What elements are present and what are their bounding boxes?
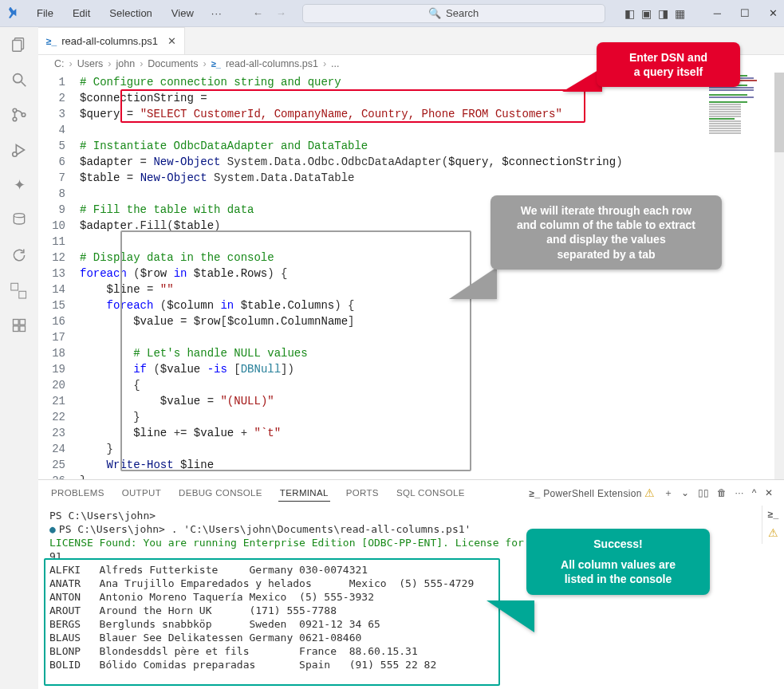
- scrollbar-thumb[interactable]: [774, 73, 784, 152]
- terminal-result-row: BLAUS Blauer See Delikatessen Germany 06…: [49, 631, 773, 644]
- more-icon[interactable]: ···: [735, 487, 744, 498]
- split-terminal-icon[interactable]: ▯▯: [698, 487, 710, 498]
- callout-text: All column values are: [539, 557, 697, 572]
- terminal-result-row: BERGS Berglunds snabbköp Sweden 0921-12 …: [49, 617, 773, 631]
- svg-point-5: [13, 117, 17, 121]
- chevron-right-icon: ›: [108, 58, 111, 69]
- svg-point-9: [14, 214, 24, 218]
- editor-scrollbar[interactable]: [774, 73, 784, 479]
- svg-point-2: [14, 74, 22, 83]
- layout-grid-icon[interactable]: ▦: [675, 7, 685, 20]
- svg-line-3: [22, 82, 26, 87]
- chevron-down-icon[interactable]: ⌄: [681, 487, 689, 498]
- callout-pointer-teal: [487, 600, 534, 632]
- crumb-c[interactable]: C:: [54, 58, 65, 69]
- menu-overflow-icon[interactable]: ···: [210, 7, 224, 19]
- callout-text: a query itself: [609, 65, 727, 79]
- svg-rect-1: [13, 41, 22, 52]
- powershell-icon: ≥_: [530, 488, 541, 499]
- terminal-line: PS C:\Users\john>: [49, 509, 773, 522]
- explorer-icon[interactable]: [10, 35, 29, 54]
- crumb-users[interactable]: Users: [77, 58, 104, 69]
- close-icon[interactable]: ✕: [769, 7, 778, 19]
- svg-rect-10: [14, 320, 19, 325]
- minimize-icon[interactable]: ─: [714, 7, 721, 19]
- terminal-profile[interactable]: ≥_ PowerShell Extension ⚠: [530, 486, 656, 499]
- terminal-result-row: BOLID Bólido Comidas preparadas Spain (9…: [49, 658, 773, 671]
- callout-text: Success!: [539, 537, 697, 551]
- callout-success: Success! All column values are listed in…: [526, 529, 710, 595]
- trash-icon[interactable]: 🗑: [717, 487, 727, 498]
- code-content[interactable]: 1# Configure connection string and query…: [38, 73, 784, 479]
- window-controls: ─ ☐ ✕: [714, 7, 778, 19]
- reload-icon[interactable]: [10, 246, 29, 265]
- activity-bar: ✦ ◇◇: [0, 27, 38, 689]
- code-editor[interactable]: 1# Configure connection string and query…: [38, 73, 784, 479]
- chevron-right-icon: ›: [203, 58, 207, 69]
- warning-icon: ⚠: [644, 486, 655, 499]
- crumb-documents[interactable]: Documents: [148, 58, 198, 69]
- terminal-result-row: AROUT Around the Horn UK (171) 555-7788: [49, 604, 773, 617]
- chevron-right-icon: ›: [69, 58, 73, 69]
- svg-point-8: [13, 152, 18, 157]
- database-icon[interactable]: [10, 211, 29, 230]
- tab-output[interactable]: OUTPUT: [120, 488, 163, 498]
- callout-text: and column of the table to extract: [503, 218, 709, 232]
- crumb-file[interactable]: read-all-columns.ps1: [226, 58, 318, 69]
- menu-view[interactable]: View: [168, 6, 197, 21]
- callout-iterate: We will iterate through each row and col…: [490, 195, 722, 270]
- callout-text: separated by a tab: [503, 247, 709, 262]
- callout-dsn: Enter DSN and a query itself: [597, 42, 740, 87]
- panel-tabs: PROBLEMS OUTPUT DEBUG CONSOLE TERMINAL P…: [38, 480, 784, 506]
- svg-rect-11: [20, 320, 26, 325]
- bullet-icon: ●: [49, 523, 56, 535]
- tab-read-all-columns[interactable]: ≥_ read-all-columns.ps1 ✕: [38, 27, 185, 54]
- maximize-icon[interactable]: ☐: [740, 7, 750, 19]
- layout-controls: ◧ ▣ ◨ ▦: [624, 7, 685, 20]
- vscode-logo-icon: [6, 6, 21, 21]
- menu-file[interactable]: File: [33, 6, 57, 21]
- panel-right-controls: ≥_ PowerShell Extension ⚠ ＋ ⌄ ▯▯ 🗑 ··· ^…: [530, 486, 774, 500]
- powershell-icon: ≥_: [46, 36, 57, 47]
- toggle-sidebar-icon[interactable]: ◧: [624, 7, 635, 20]
- run-debug-icon[interactable]: [10, 140, 29, 159]
- nav-forward-icon[interactable]: →: [276, 7, 286, 19]
- close-panel-icon[interactable]: ✕: [765, 487, 773, 498]
- tab-terminal[interactable]: TERMINAL: [278, 488, 330, 502]
- tab-debug-console[interactable]: DEBUG CONSOLE: [177, 488, 264, 498]
- chevron-right-icon: ›: [140, 58, 143, 69]
- callout-text: listed in the console: [539, 572, 697, 586]
- sparkle-icon[interactable]: ✦: [10, 175, 29, 195]
- diamond-icon[interactable]: ◇◇: [6, 277, 33, 304]
- tab-filename: read-all-columns.ps1: [61, 35, 158, 47]
- menu-selection[interactable]: Selection: [106, 6, 155, 21]
- toggle-panel-icon[interactable]: ▣: [641, 7, 652, 20]
- nav-back-icon[interactable]: ←: [253, 7, 263, 19]
- callout-pointer-gray: [449, 267, 497, 299]
- maximize-panel-icon[interactable]: ^: [752, 487, 757, 498]
- callout-text: and display the values: [503, 232, 709, 246]
- crumb-dots[interactable]: ...: [331, 58, 339, 69]
- powershell-icon: ≥_: [211, 59, 221, 69]
- toggle-secondary-icon[interactable]: ◨: [658, 7, 668, 20]
- svg-rect-12: [14, 326, 19, 332]
- search-activity-icon[interactable]: [10, 70, 29, 89]
- tab-close-icon[interactable]: ✕: [167, 35, 176, 47]
- title-bar: File Edit Selection View ··· ← → 🔍 Searc…: [0, 0, 784, 27]
- tab-sql-console[interactable]: SQL CONSOLE: [395, 488, 467, 498]
- source-control-icon[interactable]: [10, 105, 29, 124]
- chevron-right-icon: ›: [323, 58, 326, 69]
- menu-edit[interactable]: Edit: [69, 6, 93, 21]
- callout-text: Enter DSN and: [609, 50, 727, 65]
- nav-arrows: ← →: [253, 7, 286, 19]
- extensions-icon[interactable]: [10, 316, 29, 335]
- crumb-john[interactable]: john: [116, 58, 136, 69]
- svg-rect-13: [20, 326, 26, 332]
- callout-text: We will iterate through each row: [503, 203, 709, 218]
- terminal-result-row: BLONP Blondesddsl père et fils France 88…: [49, 644, 773, 658]
- tab-ports[interactable]: PORTS: [345, 488, 380, 498]
- new-terminal-icon[interactable]: ＋: [664, 486, 673, 500]
- search-box[interactable]: 🔍 Search: [302, 4, 605, 23]
- tab-problems[interactable]: PROBLEMS: [49, 488, 106, 498]
- search-placeholder: Search: [446, 7, 479, 19]
